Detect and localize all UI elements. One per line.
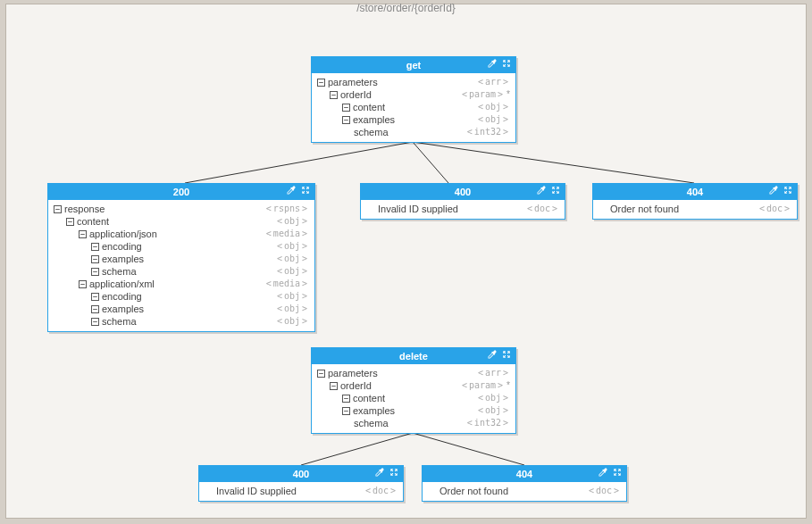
tree-row[interactable]: Order not found<doc> bbox=[599, 203, 791, 215]
node-title: 200 bbox=[173, 187, 189, 197]
tree-row[interactable]: −examples<obj> bbox=[54, 253, 309, 265]
tree-row[interactable]: −content<obj> bbox=[317, 392, 510, 404]
node-header[interactable]: 400 bbox=[361, 184, 565, 200]
node-header[interactable]: get bbox=[312, 57, 515, 73]
row-label: examples bbox=[102, 303, 144, 315]
collapse-toggle-icon[interactable]: − bbox=[317, 79, 325, 87]
collapse-toggle-icon[interactable]: − bbox=[342, 395, 350, 403]
collapse-toggle-icon[interactable]: − bbox=[66, 218, 74, 226]
node-get[interactable]: get−parameters<arr>−orderId<param>*−cont… bbox=[311, 56, 516, 143]
node-response-400-delete[interactable]: 400Invalid ID supplied<doc> bbox=[198, 465, 404, 502]
node-title: get bbox=[406, 60, 422, 71]
node-response-404-delete[interactable]: 404Order not found<doc> bbox=[422, 465, 627, 502]
node-body: −parameters<arr>−orderId<param>*−content… bbox=[312, 73, 515, 142]
node-title: 404 bbox=[516, 469, 532, 479]
row-type: <int32> bbox=[465, 126, 510, 138]
collapse-toggle-icon[interactable]: − bbox=[91, 305, 99, 313]
row-label: content bbox=[353, 392, 385, 404]
row-label: Invalid ID supplied bbox=[216, 485, 297, 497]
tree-row[interactable]: −content<obj> bbox=[317, 101, 510, 113]
eyedropper-icon[interactable] bbox=[768, 185, 779, 195]
row-label: schema bbox=[354, 417, 389, 429]
row-label: Order not found bbox=[610, 203, 679, 215]
expand-icon[interactable] bbox=[389, 467, 399, 478]
tree-row[interactable]: −schema<obj> bbox=[54, 315, 309, 328]
eyedropper-icon[interactable] bbox=[487, 58, 498, 69]
row-type: <obj> bbox=[476, 404, 510, 417]
node-header[interactable]: 404 bbox=[593, 184, 797, 200]
expand-icon[interactable] bbox=[550, 185, 561, 195]
tree-row[interactable]: schema<int32> bbox=[317, 126, 510, 138]
row-type: <rspns> bbox=[264, 203, 309, 215]
required-star-icon: * bbox=[505, 379, 510, 392]
tree-row[interactable]: −orderId<param>* bbox=[317, 88, 510, 101]
node-response-404-get[interactable]: 404Order not found<doc> bbox=[592, 183, 798, 220]
expand-icon[interactable] bbox=[501, 349, 512, 360]
svg-line-2 bbox=[413, 142, 694, 183]
tree-row[interactable]: −examples<obj> bbox=[317, 404, 510, 417]
collapse-toggle-icon[interactable]: − bbox=[330, 382, 338, 390]
collapse-toggle-icon[interactable]: − bbox=[79, 280, 87, 288]
row-label: schema bbox=[354, 126, 389, 138]
collapse-toggle-icon[interactable]: − bbox=[330, 91, 338, 99]
tree-row[interactable]: −examples<obj> bbox=[317, 113, 510, 126]
tree-row[interactable]: −encoding<obj> bbox=[54, 290, 309, 303]
node-delete[interactable]: delete−parameters<arr>−orderId<param>*−c… bbox=[311, 347, 516, 434]
row-type: <obj> bbox=[275, 290, 309, 303]
collapse-toggle-icon[interactable]: − bbox=[91, 255, 99, 263]
eyedropper-icon[interactable] bbox=[536, 185, 547, 195]
node-body: Invalid ID supplied<doc> bbox=[199, 482, 403, 501]
collapse-toggle-icon[interactable]: − bbox=[79, 230, 87, 238]
tree-row[interactable]: schema<int32> bbox=[317, 417, 510, 429]
row-label: parameters bbox=[328, 367, 378, 379]
tree-row[interactable]: Invalid ID supplied<doc> bbox=[366, 203, 559, 215]
collapse-toggle-icon[interactable]: − bbox=[91, 243, 99, 251]
tree-row[interactable]: −orderId<param>* bbox=[317, 379, 510, 392]
tree-row[interactable]: −content<obj> bbox=[54, 215, 309, 228]
node-body: Invalid ID supplied<doc> bbox=[361, 200, 565, 219]
collapse-toggle-icon[interactable]: − bbox=[91, 318, 99, 326]
node-header[interactable]: 200 bbox=[48, 184, 314, 200]
tree-row[interactable]: −application/xml<media> bbox=[54, 278, 309, 290]
node-response-200[interactable]: 200−response<rspns>−content<obj>−applica… bbox=[47, 183, 315, 332]
expand-icon[interactable] bbox=[783, 185, 793, 195]
node-header[interactable]: delete bbox=[312, 348, 515, 364]
tree-row[interactable]: −application/json<media> bbox=[54, 228, 309, 240]
tree-row[interactable]: −parameters<arr> bbox=[317, 367, 510, 379]
eyedropper-icon[interactable] bbox=[598, 467, 608, 478]
row-type: <obj> bbox=[275, 303, 309, 315]
collapse-toggle-icon[interactable]: − bbox=[342, 407, 350, 415]
collapse-toggle-icon[interactable]: − bbox=[91, 293, 99, 301]
row-type: <obj> bbox=[476, 113, 510, 126]
expand-icon[interactable] bbox=[612, 467, 623, 478]
expand-icon[interactable] bbox=[501, 58, 512, 69]
eyedropper-icon[interactable] bbox=[487, 349, 498, 360]
eyedropper-icon[interactable] bbox=[286, 185, 297, 195]
expand-icon[interactable] bbox=[300, 185, 311, 195]
collapse-toggle-icon[interactable]: − bbox=[342, 104, 350, 112]
node-header[interactable]: 400 bbox=[199, 466, 403, 482]
tree-row[interactable]: −schema<obj> bbox=[54, 265, 309, 278]
row-type: <doc> bbox=[587, 485, 621, 497]
row-type: <media> bbox=[264, 228, 309, 240]
tree-row[interactable]: −examples<obj> bbox=[54, 303, 309, 315]
tree-row[interactable]: Order not found<doc> bbox=[428, 485, 621, 497]
eyedropper-icon[interactable] bbox=[374, 467, 385, 478]
row-type: <arr> bbox=[476, 76, 510, 88]
row-type: <media> bbox=[264, 278, 309, 290]
tree-row[interactable]: −parameters<arr> bbox=[317, 76, 510, 88]
collapse-toggle-icon[interactable]: − bbox=[91, 268, 99, 276]
row-label: orderId bbox=[340, 88, 372, 101]
collapse-toggle-icon[interactable]: − bbox=[342, 116, 350, 124]
row-label: encoding bbox=[102, 240, 142, 253]
tree-row[interactable]: −response<rspns> bbox=[54, 203, 309, 215]
node-header[interactable]: 404 bbox=[423, 466, 626, 482]
collapse-toggle-icon[interactable]: − bbox=[54, 205, 62, 213]
collapse-toggle-icon[interactable]: − bbox=[317, 370, 325, 378]
tree-row[interactable]: −encoding<obj> bbox=[54, 240, 309, 253]
row-type: <doc> bbox=[525, 203, 559, 215]
node-response-400-get[interactable]: 400Invalid ID supplied<doc> bbox=[360, 183, 565, 220]
tree-row[interactable]: Invalid ID supplied<doc> bbox=[205, 485, 398, 497]
row-label: encoding bbox=[102, 290, 142, 303]
svg-line-0 bbox=[185, 142, 413, 183]
